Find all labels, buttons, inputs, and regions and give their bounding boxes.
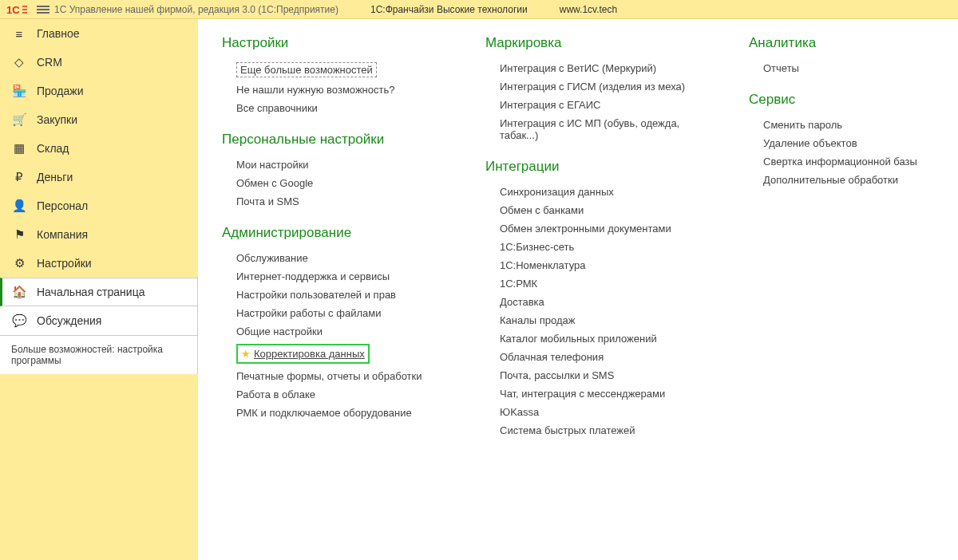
content-area: Настройки Еще больше возможностей Не наш… [198,19,958,560]
main-menu-icon[interactable] [37,6,49,14]
purchases-icon: 🛒 [11,112,27,128]
link-cloud-work[interactable]: Работа в облаке [236,385,453,404]
column-2: Маркировка Интеграция с ВетИС (Меркурий)… [485,35,717,544]
nav-personnel[interactable]: 👤Персонал [0,191,198,220]
link-bank-exchange[interactable]: Обмен с банками [500,201,717,219]
sales-icon: 🏪 [11,83,27,99]
link-delete-objects[interactable]: Удаление объектов [763,134,934,152]
link-mobile-catalog[interactable]: Каталог мобильных приложений [500,329,717,348]
nav-home-page[interactable]: 🏠Начальная страница [0,278,197,306]
app-logo: 1C [6,3,29,16]
franchise-name: 1С:Франчайзи Высокие технологии [370,4,528,15]
link-edoc-exchange[interactable]: Обмен электронными документами [500,219,717,238]
column-1: Настройки Еще больше возможностей Не наш… [222,35,453,544]
nav-purchases[interactable]: 🛒Закупки [0,105,198,134]
nav-main[interactable]: ≡Главное [0,19,198,48]
nav-label: Склад [37,142,69,155]
section-analytics: Аналитика [749,35,934,51]
svg-text:1C: 1C [6,4,20,16]
link-data-correction[interactable]: ★Корректировка данных [236,341,453,367]
nav-money[interactable]: ₽Деньги [0,163,198,191]
nav-sales[interactable]: 🏪Продажи [0,77,198,105]
app-url: www.1cv.tech [560,4,617,15]
nav-label: Главное [37,27,80,40]
link-1c-biznet[interactable]: 1С:Бизнес-сеть [500,238,717,256]
link-1c-rmk[interactable]: 1С:РМК [500,274,717,293]
warehouse-icon: ▦ [11,140,27,156]
link-change-password[interactable]: Сменить пароль [763,116,934,134]
link-db-rollup[interactable]: Свертка информационной базы [763,152,934,171]
link-mail-sms2[interactable]: Почта, рассылки и SMS [500,366,717,385]
sidebar-upper: ≡Главное ◇CRM 🏪Продажи 🛒Закупки ▦Склад ₽… [0,19,198,278]
link-reports[interactable]: Отчеты [763,59,934,77]
nav-label: CRM [37,56,62,69]
link-delivery[interactable]: Доставка [500,293,717,311]
link-print-forms[interactable]: Печатные формы, отчеты и обработки [236,367,453,385]
home-icon: 🏠 [11,284,27,300]
section-service: Сервис [749,92,934,108]
link-egais[interactable]: Интеграция с ЕГАИС [500,96,717,114]
nav-label: Компания [37,228,88,241]
link-internet-support[interactable]: Интернет-поддержка и сервисы [236,267,453,286]
crm-icon: ◇ [11,54,27,70]
nav-label: Начальная страница [37,286,144,298]
nav-label: Деньги [37,171,73,183]
nav-discussions[interactable]: 💬Обсуждения [0,306,197,335]
link-file-settings[interactable]: Настройки работы с файлами [236,304,453,322]
settings-icon: ⚙ [11,255,27,271]
link-data-sync[interactable]: Синхронизация данных [500,183,717,201]
link-cloud-telephony[interactable]: Облачная телефония [500,348,717,366]
link-my-settings[interactable]: Мои настройки [236,156,453,174]
section-personal: Персональные настройки [222,132,453,148]
link-all-catalogs[interactable]: Все справочники [236,99,453,117]
link-sales-channels[interactable]: Каналы продаж [500,311,717,329]
section-admin: Администрирование [222,225,453,241]
link-rmk-equipment[interactable]: РМК и подключаемое оборудование [236,404,453,422]
titlebar: 1C 1С Управление нашей фирмой, редакция … [0,0,958,19]
nav-settings[interactable]: ⚙Настройки [0,249,198,278]
nav-label: Закупки [37,113,77,126]
nav-label: Продажи [37,85,83,97]
section-marking: Маркировка [485,35,717,51]
sidebar: ≡Главное ◇CRM 🏪Продажи 🛒Закупки ▦Склад ₽… [0,19,198,560]
app-title: 1С Управление нашей фирмой, редакция 3.0… [54,4,338,15]
link-vetis[interactable]: Интеграция с ВетИС (Меркурий) [500,59,717,77]
company-icon: ⚑ [11,227,27,243]
link-maintenance[interactable]: Обслуживание [236,249,453,267]
menu-icon: ≡ [11,26,27,41]
nav-label: Персонал [37,199,88,212]
link-addons[interactable]: Дополнительные обработки [763,171,934,189]
section-integrations: Интеграции [485,159,717,175]
chat-icon: 💬 [11,313,27,329]
money-icon: ₽ [11,169,27,185]
nav-label: Настройки [37,257,92,270]
link-missing-feature[interactable]: Не нашли нужную возможность? [236,81,453,99]
link-1c-nomen[interactable]: 1С:Номенклатура [500,256,717,274]
link-users-rights[interactable]: Настройки пользователей и прав [236,286,453,304]
star-icon: ★ [241,348,251,360]
personnel-icon: 👤 [11,198,27,214]
sidebar-lower: 🏠Начальная страница 💬Обсуждения Больше в… [0,278,198,374]
nav-company[interactable]: ⚑Компания [0,220,198,249]
link-general-settings[interactable]: Общие настройки [236,322,453,341]
link-yookassa[interactable]: ЮKassa [500,403,717,421]
link-more-features[interactable]: Еще больше возможностей [236,59,453,81]
nav-crm[interactable]: ◇CRM [0,48,198,77]
link-google-sync[interactable]: Обмен с Google [236,174,453,192]
link-gism[interactable]: Интеграция с ГИСМ (изделия из меха) [500,77,717,96]
nav-warehouse[interactable]: ▦Склад [0,134,198,163]
link-sbp[interactable]: Система быстрых платежей [500,421,717,440]
link-chat-messengers[interactable]: Чат, интеграция с мессенджерами [500,385,717,403]
link-ismp[interactable]: Интеграция с ИС МП (обувь, одежда, табак… [500,114,717,144]
sidebar-footer-link[interactable]: Больше возможностей: настройка программы [0,335,197,374]
column-3: Аналитика Отчеты Сервис Сменить пароль У… [749,35,934,544]
link-mail-sms[interactable]: Почта и SMS [236,192,453,211]
section-settings: Настройки [222,35,453,51]
nav-label: Обсуждения [37,314,101,327]
